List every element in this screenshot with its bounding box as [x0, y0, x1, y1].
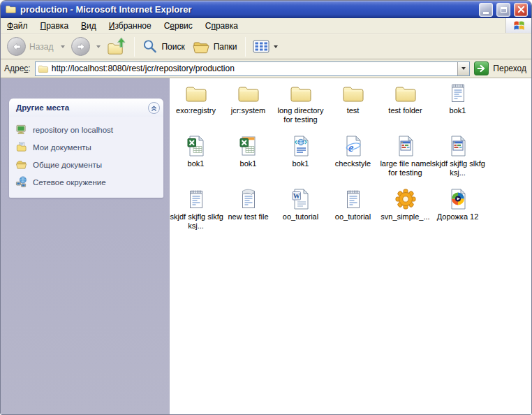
file-item[interactable]: lskjdf skjflg slkfg ksj...	[431, 134, 484, 187]
chevron-down-icon	[461, 67, 466, 70]
file-item[interactable]: checkstyle	[327, 134, 379, 187]
file-item[interactable]: lskjdf skjflg slkfg ksj...	[170, 187, 222, 240]
back-button[interactable]: Назад	[5, 36, 57, 57]
address-dropdown-button[interactable]	[457, 62, 469, 75]
file-item[interactable]: test	[327, 81, 379, 134]
toolbar-separator	[245, 37, 246, 57]
sidebar-item-shared-documents[interactable]: Общие документы	[15, 159, 161, 170]
word-document-icon	[289, 187, 313, 211]
title-bar: production - Microsoft Internet Explorer	[1, 1, 531, 18]
file-label: jcr:system	[221, 106, 276, 115]
folders-icon	[193, 38, 210, 54]
forward-dropdown-icon[interactable]	[96, 45, 101, 48]
file-item[interactable]: bok1	[431, 81, 484, 134]
file-label: test folder	[378, 106, 434, 115]
menu-favorites[interactable]: Избранное	[103, 18, 158, 33]
menu-file[interactable]: Файл	[1, 18, 34, 33]
sidebar: Другие места repository on localhost Мои…	[1, 78, 170, 414]
file-item[interactable]: test folder	[379, 81, 431, 134]
file-item[interactable]: long directory for testing	[274, 81, 327, 134]
minimize-icon	[483, 12, 489, 14]
go-button[interactable]	[474, 61, 489, 75]
back-label: Назад	[29, 42, 53, 52]
file-item[interactable]: exo:registry	[170, 81, 222, 134]
xml-file-icon	[289, 134, 313, 158]
notepad-document-icon	[341, 187, 365, 211]
menu-help[interactable]: Справка	[199, 18, 244, 33]
close-icon	[517, 6, 525, 13]
forward-button[interactable]	[69, 36, 92, 57]
file-item[interactable]: oo_tutorial	[327, 187, 379, 240]
up-button[interactable]	[105, 35, 129, 58]
network-places-icon	[15, 176, 27, 188]
folder-icon	[237, 81, 260, 105]
my-documents-icon	[15, 141, 27, 153]
ie-window: production - Microsoft Internet Explorer…	[0, 0, 532, 415]
file-item[interactable]: bok1	[170, 134, 222, 187]
file-item[interactable]: large file name for testing	[379, 134, 431, 187]
file-label: exo:registry	[170, 106, 224, 115]
sidebar-item-network[interactable]: Сетевое окружение	[15, 176, 161, 188]
go-label: Переход	[493, 64, 526, 73]
file-label: svn_simple_...	[378, 212, 434, 221]
menu-edit[interactable]: Правка	[34, 18, 75, 33]
maximize-button[interactable]	[496, 3, 510, 17]
close-button[interactable]	[514, 3, 528, 17]
other-places-panel: Другие места repository on localhost Мои…	[9, 99, 163, 198]
excel-template-file-icon	[237, 134, 260, 158]
folder-icon	[341, 81, 365, 105]
search-button[interactable]: Поиск	[140, 37, 188, 56]
windows-logo-box	[505, 18, 531, 33]
menu-tools[interactable]: Сервис	[158, 18, 199, 33]
application-file-icon	[446, 134, 470, 158]
folder-icon	[289, 81, 313, 105]
shared-documents-icon	[15, 159, 27, 170]
file-item[interactable]: oo_tutorial	[274, 187, 327, 240]
forward-arrow-icon	[73, 39, 89, 54]
minimize-button[interactable]	[479, 3, 493, 17]
file-label: large file name for testing	[378, 159, 434, 177]
address-input[interactable]: http://localhost:8080/rest/jcr/repositor…	[35, 61, 471, 76]
file-label: bok1	[430, 106, 486, 115]
file-item[interactable]: new test file	[222, 187, 274, 240]
file-item[interactable]: jcr:system	[222, 81, 274, 134]
file-label: bok1	[170, 159, 224, 168]
notepad-document-icon	[184, 187, 208, 211]
collapse-panel-button[interactable]	[148, 102, 160, 114]
sidebar-item-my-documents[interactable]: Мои документы	[15, 141, 161, 153]
other-places-header[interactable]: Другие места	[9, 99, 163, 117]
address-url: http://localhost:8080/rest/jcr/repositor…	[52, 64, 455, 73]
excel-file-icon	[184, 134, 208, 158]
sidebar-item-repository[interactable]: repository on localhost	[15, 124, 161, 136]
file-label: new test file	[221, 212, 276, 221]
file-item[interactable]: Дорожка 12	[431, 187, 484, 240]
folder-icon	[394, 81, 418, 105]
file-item[interactable]: bok1	[274, 134, 327, 187]
forward-circle	[71, 37, 90, 56]
file-label: test	[325, 106, 381, 115]
application-file-icon	[394, 134, 418, 158]
media-file-icon	[446, 187, 470, 211]
address-bar: Адрес: http://localhost:8080/rest/jcr/re…	[1, 59, 531, 78]
menu-view[interactable]: Вид	[75, 18, 103, 33]
gear-file-icon	[394, 187, 418, 211]
file-label: Дорожка 12	[430, 212, 486, 221]
file-label: lskjdf skjflg slkfg ksj...	[430, 159, 486, 177]
search-label: Поиск	[161, 42, 184, 52]
html-document-icon	[341, 134, 365, 158]
window-body: Другие места repository on localhost Мои…	[1, 78, 531, 414]
views-button[interactable]	[251, 38, 282, 55]
file-label: bok1	[221, 159, 276, 168]
up-folder-icon	[107, 36, 127, 57]
file-label: lskjdf skjflg slkfg ksj...	[170, 212, 224, 230]
folders-label: Папки	[214, 42, 237, 52]
back-dropdown-icon[interactable]	[61, 45, 65, 48]
back-circle	[7, 37, 26, 56]
file-item[interactable]: bok1	[222, 134, 274, 187]
file-label: checkstyle	[325, 159, 381, 168]
folders-button[interactable]: Папки	[191, 37, 241, 56]
search-icon	[142, 38, 158, 54]
other-places-title: Другие места	[16, 103, 69, 112]
address-folder-icon	[38, 63, 49, 74]
file-item[interactable]: svn_simple_...	[379, 187, 431, 240]
